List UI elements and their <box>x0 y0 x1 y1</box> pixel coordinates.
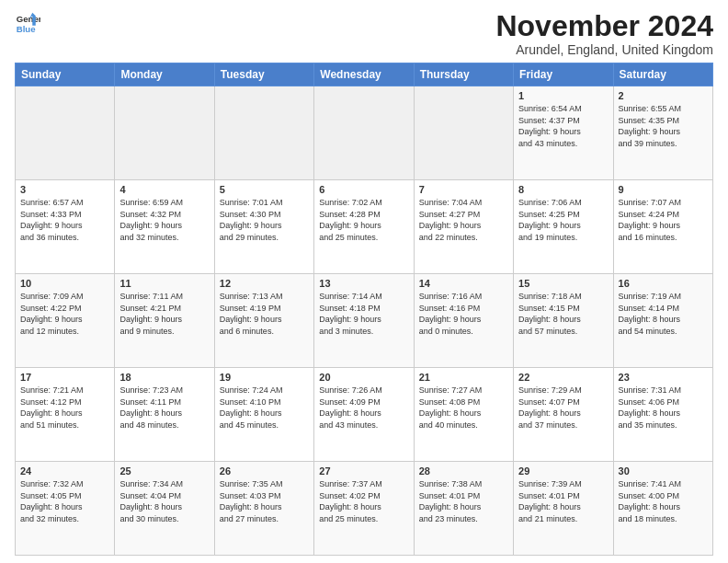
header: General Blue November 2024 Arundel, Engl… <box>15 11 713 57</box>
day-number: 2 <box>619 90 708 101</box>
table-row: 8Sunrise: 7:06 AM Sunset: 4:25 PM Daylig… <box>514 180 613 274</box>
day-number: 6 <box>319 184 408 195</box>
table-row: 29Sunrise: 7:39 AM Sunset: 4:01 PM Dayli… <box>514 462 613 556</box>
table-row <box>214 86 313 180</box>
day-info: Sunrise: 7:27 AM Sunset: 4:08 PM Dayligh… <box>419 385 508 431</box>
day-number: 20 <box>319 372 408 383</box>
day-info: Sunrise: 7:31 AM Sunset: 4:06 PM Dayligh… <box>619 385 708 431</box>
day-info: Sunrise: 7:41 AM Sunset: 4:00 PM Dayligh… <box>619 478 708 524</box>
table-row <box>16 86 115 180</box>
day-number: 11 <box>119 278 209 289</box>
table-row: 27Sunrise: 7:37 AM Sunset: 4:02 PM Dayli… <box>314 462 414 556</box>
table-row: 15Sunrise: 7:18 AM Sunset: 4:15 PM Dayli… <box>514 274 613 368</box>
table-row: 17Sunrise: 7:21 AM Sunset: 4:12 PM Dayli… <box>16 368 115 462</box>
table-row: 22Sunrise: 7:29 AM Sunset: 4:07 PM Dayli… <box>514 368 613 462</box>
header-friday: Friday <box>514 63 613 86</box>
day-info: Sunrise: 7:38 AM Sunset: 4:01 PM Dayligh… <box>419 478 508 524</box>
day-info: Sunrise: 6:54 AM Sunset: 4:37 PM Dayligh… <box>518 103 608 149</box>
table-row: 20Sunrise: 7:26 AM Sunset: 4:09 PM Dayli… <box>314 368 414 462</box>
table-row: 30Sunrise: 7:41 AM Sunset: 4:00 PM Dayli… <box>613 462 712 556</box>
day-info: Sunrise: 7:01 AM Sunset: 4:30 PM Dayligh… <box>220 197 309 243</box>
day-number: 29 <box>518 465 608 477</box>
header-sunday: Sunday <box>16 63 115 86</box>
table-row: 5Sunrise: 7:01 AM Sunset: 4:30 PM Daylig… <box>214 180 313 274</box>
calendar-week-row: 17Sunrise: 7:21 AM Sunset: 4:12 PM Dayli… <box>16 368 713 462</box>
table-row <box>314 86 414 180</box>
logo-icon: General Blue <box>15 11 40 37</box>
day-info: Sunrise: 7:23 AM Sunset: 4:11 PM Dayligh… <box>119 385 209 431</box>
table-row: 14Sunrise: 7:16 AM Sunset: 4:16 PM Dayli… <box>414 274 513 368</box>
day-number: 24 <box>20 465 109 477</box>
day-info: Sunrise: 7:39 AM Sunset: 4:01 PM Dayligh… <box>518 478 608 524</box>
calendar: Sunday Monday Tuesday Wednesday Thursday… <box>15 63 713 556</box>
day-number: 8 <box>518 184 608 195</box>
svg-text:General: General <box>17 14 40 24</box>
table-row: 13Sunrise: 7:14 AM Sunset: 4:18 PM Dayli… <box>314 274 414 368</box>
calendar-week-row: 24Sunrise: 7:32 AM Sunset: 4:05 PM Dayli… <box>16 462 713 556</box>
day-number: 28 <box>419 465 508 477</box>
table-row: 18Sunrise: 7:23 AM Sunset: 4:11 PM Dayli… <box>115 368 214 462</box>
calendar-header-row: Sunday Monday Tuesday Wednesday Thursday… <box>16 63 713 86</box>
table-row: 6Sunrise: 7:02 AM Sunset: 4:28 PM Daylig… <box>314 180 414 274</box>
calendar-week-row: 1Sunrise: 6:54 AM Sunset: 4:37 PM Daylig… <box>16 86 713 180</box>
day-info: Sunrise: 7:35 AM Sunset: 4:03 PM Dayligh… <box>220 478 309 524</box>
table-row: 23Sunrise: 7:31 AM Sunset: 4:06 PM Dayli… <box>613 368 712 462</box>
day-number: 4 <box>119 184 209 195</box>
day-number: 7 <box>419 184 508 195</box>
header-thursday: Thursday <box>414 63 513 86</box>
day-number: 22 <box>518 372 608 383</box>
day-info: Sunrise: 6:57 AM Sunset: 4:33 PM Dayligh… <box>20 197 109 243</box>
table-row: 11Sunrise: 7:11 AM Sunset: 4:21 PM Dayli… <box>115 274 214 368</box>
table-row: 9Sunrise: 7:07 AM Sunset: 4:24 PM Daylig… <box>613 180 712 274</box>
day-number: 18 <box>119 372 209 383</box>
header-saturday: Saturday <box>613 63 712 86</box>
day-number: 26 <box>220 465 309 477</box>
table-row: 28Sunrise: 7:38 AM Sunset: 4:01 PM Dayli… <box>414 462 513 556</box>
table-row <box>115 86 214 180</box>
day-number: 21 <box>419 372 508 383</box>
table-row <box>414 86 513 180</box>
day-number: 5 <box>220 184 309 195</box>
table-row: 25Sunrise: 7:34 AM Sunset: 4:04 PM Dayli… <box>115 462 214 556</box>
day-info: Sunrise: 7:04 AM Sunset: 4:27 PM Dayligh… <box>419 197 508 243</box>
table-row: 19Sunrise: 7:24 AM Sunset: 4:10 PM Dayli… <box>214 368 313 462</box>
day-number: 3 <box>20 184 109 195</box>
day-info: Sunrise: 7:14 AM Sunset: 4:18 PM Dayligh… <box>319 291 408 337</box>
day-number: 19 <box>220 372 309 383</box>
day-info: Sunrise: 7:24 AM Sunset: 4:10 PM Dayligh… <box>220 385 309 431</box>
day-number: 14 <box>419 278 508 289</box>
table-row: 12Sunrise: 7:13 AM Sunset: 4:19 PM Dayli… <box>214 274 313 368</box>
day-number: 15 <box>518 278 608 289</box>
day-info: Sunrise: 7:26 AM Sunset: 4:09 PM Dayligh… <box>319 385 408 431</box>
day-number: 23 <box>619 372 708 383</box>
table-row: 7Sunrise: 7:04 AM Sunset: 4:27 PM Daylig… <box>414 180 513 274</box>
table-row: 10Sunrise: 7:09 AM Sunset: 4:22 PM Dayli… <box>16 274 115 368</box>
day-info: Sunrise: 7:19 AM Sunset: 4:14 PM Dayligh… <box>619 291 708 337</box>
day-info: Sunrise: 7:06 AM Sunset: 4:25 PM Dayligh… <box>518 197 608 243</box>
day-info: Sunrise: 7:29 AM Sunset: 4:07 PM Dayligh… <box>518 385 608 431</box>
day-info: Sunrise: 7:16 AM Sunset: 4:16 PM Dayligh… <box>419 291 508 337</box>
day-number: 13 <box>319 278 408 289</box>
day-number: 16 <box>619 278 708 289</box>
day-number: 10 <box>20 278 109 289</box>
day-info: Sunrise: 7:21 AM Sunset: 4:12 PM Dayligh… <box>20 385 109 431</box>
day-number: 9 <box>619 184 708 195</box>
title-block: November 2024 Arundel, England, United K… <box>495 11 713 57</box>
table-row: 16Sunrise: 7:19 AM Sunset: 4:14 PM Dayli… <box>613 274 712 368</box>
header-tuesday: Tuesday <box>214 63 313 86</box>
day-info: Sunrise: 7:02 AM Sunset: 4:28 PM Dayligh… <box>319 197 408 243</box>
day-info: Sunrise: 7:09 AM Sunset: 4:22 PM Dayligh… <box>20 291 109 337</box>
subtitle: Arundel, England, United Kingdom <box>495 42 713 57</box>
day-number: 30 <box>619 465 708 477</box>
table-row: 24Sunrise: 7:32 AM Sunset: 4:05 PM Dayli… <box>16 462 115 556</box>
calendar-week-row: 10Sunrise: 7:09 AM Sunset: 4:22 PM Dayli… <box>16 274 713 368</box>
day-info: Sunrise: 7:32 AM Sunset: 4:05 PM Dayligh… <box>20 478 109 524</box>
page: General Blue November 2024 Arundel, Engl… <box>0 0 728 563</box>
table-row: 2Sunrise: 6:55 AM Sunset: 4:35 PM Daylig… <box>613 86 712 180</box>
day-info: Sunrise: 7:18 AM Sunset: 4:15 PM Dayligh… <box>518 291 608 337</box>
calendar-week-row: 3Sunrise: 6:57 AM Sunset: 4:33 PM Daylig… <box>16 180 713 274</box>
day-info: Sunrise: 7:13 AM Sunset: 4:19 PM Dayligh… <box>220 291 309 337</box>
header-monday: Monday <box>115 63 214 86</box>
day-info: Sunrise: 6:59 AM Sunset: 4:32 PM Dayligh… <box>119 197 209 243</box>
table-row: 21Sunrise: 7:27 AM Sunset: 4:08 PM Dayli… <box>414 368 513 462</box>
